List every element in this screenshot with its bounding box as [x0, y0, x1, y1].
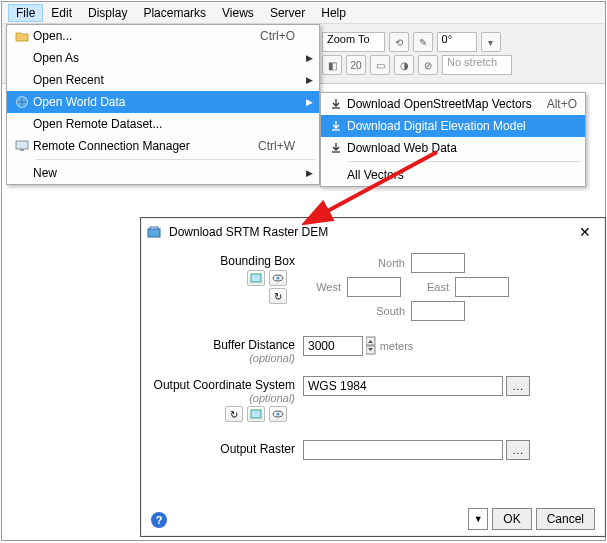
toolbar-button[interactable]: ⟲ — [389, 32, 409, 52]
svg-rect-2 — [20, 149, 24, 151]
svg-point-12 — [277, 413, 280, 416]
open-world-data-submenu: Download OpenStreetMap Vectors Alt+O Dow… — [320, 92, 586, 187]
browse-crs-button[interactable]: ... — [506, 376, 530, 396]
svg-rect-5 — [251, 274, 261, 282]
download-icon — [325, 98, 347, 110]
dialog-title: Download SRTM Raster DEM — [169, 225, 569, 239]
menu-placemarks[interactable]: Placemarks — [135, 4, 214, 22]
download-icon — [325, 142, 347, 154]
toolbar-button[interactable]: ◑ — [394, 55, 414, 75]
west-label: West — [303, 281, 343, 293]
output-crs-label: Output Coordinate System — [153, 378, 295, 392]
folder-open-icon — [11, 30, 33, 42]
submenu-item-osm[interactable]: Download OpenStreetMap Vectors Alt+O — [321, 93, 585, 115]
east-input[interactable] — [455, 277, 509, 297]
ok-button[interactable]: OK — [492, 508, 531, 530]
submenu-item-all-vectors[interactable]: All Vectors — [321, 164, 585, 186]
buffer-distance-input[interactable] — [303, 336, 363, 356]
menu-item-open[interactable]: Open... Ctrl+O — [7, 25, 319, 47]
svg-rect-1 — [16, 141, 28, 149]
menu-item-open-world-data[interactable]: Open World Data ▶ — [7, 91, 319, 113]
help-button[interactable]: ? — [151, 512, 167, 528]
view-extent-button[interactable] — [269, 270, 287, 286]
toolbar-button[interactable]: ✎ — [413, 32, 433, 52]
south-label: South — [347, 305, 407, 317]
output-raster-label: Output Raster — [153, 442, 295, 456]
chevron-right-icon: ▶ — [306, 168, 313, 178]
optional-label: (optional) — [153, 392, 295, 404]
optional-label: (optional) — [153, 352, 295, 364]
menu-edit[interactable]: Edit — [43, 4, 80, 22]
chevron-right-icon: ▶ — [306, 75, 313, 85]
toolbar-button[interactable]: 20 — [346, 55, 366, 75]
map-crs-button[interactable] — [247, 406, 265, 422]
menu-item-open-as[interactable]: Open As ▶ — [7, 47, 319, 69]
east-label: East — [411, 281, 451, 293]
menu-views[interactable]: Views — [214, 4, 262, 22]
options-dropdown[interactable]: ▼ — [468, 508, 488, 530]
map-extent-button[interactable] — [247, 270, 265, 286]
download-srtm-dialog: Download SRTM Raster DEM ✕ Bounding Box … — [140, 217, 606, 537]
toolbar-button[interactable]: ▭ — [370, 55, 390, 75]
meters-label: meters — [380, 340, 414, 352]
globe-icon — [11, 95, 33, 109]
chevron-right-icon: ▶ — [306, 53, 313, 63]
stretch-select[interactable]: No stretch — [442, 55, 512, 75]
toolbar-button[interactable]: ◧ — [322, 55, 342, 75]
menu-server[interactable]: Server — [262, 4, 313, 22]
svg-point-7 — [277, 277, 280, 280]
submenu-item-web[interactable]: Download Web Data — [321, 137, 585, 159]
svg-rect-4 — [148, 229, 160, 237]
zoom-to-select[interactable]: Zoom To — [322, 32, 385, 52]
menu-display[interactable]: Display — [80, 4, 135, 22]
refresh-button[interactable]: ↻ — [269, 288, 287, 304]
west-input[interactable] — [347, 277, 401, 297]
dialog-titlebar: Download SRTM Raster DEM ✕ — [141, 218, 605, 246]
menu-item-remote-conn-mgr[interactable]: Remote Connection Manager Ctrl+W — [7, 135, 319, 157]
close-button[interactable]: ✕ — [569, 220, 601, 244]
menu-item-new[interactable]: New ▶ — [7, 162, 319, 184]
south-input[interactable] — [411, 301, 465, 321]
monitor-icon — [11, 140, 33, 152]
menu-help[interactable]: Help — [313, 4, 354, 22]
north-input[interactable] — [411, 253, 465, 273]
output-raster-input[interactable] — [303, 440, 503, 460]
cancel-button[interactable]: Cancel — [536, 508, 595, 530]
menu-file[interactable]: File — [8, 4, 43, 22]
buffer-distance-label: Buffer Distance — [153, 338, 295, 352]
toolbar-button[interactable]: ⊘ — [418, 55, 438, 75]
angle-select[interactable]: 0° — [437, 32, 477, 52]
browse-output-button[interactable]: ... — [506, 440, 530, 460]
download-icon — [325, 120, 347, 132]
bounding-box-label: Bounding Box — [153, 254, 295, 268]
refresh-button[interactable]: ↻ — [225, 406, 243, 422]
output-crs-input[interactable] — [303, 376, 503, 396]
chevron-right-icon: ▶ — [306, 97, 313, 107]
menu-item-open-remote[interactable]: Open Remote Dataset... — [7, 113, 319, 135]
menubar: File Edit Display Placemarks Views Serve… — [2, 2, 605, 24]
svg-rect-10 — [251, 410, 261, 418]
north-label: North — [347, 257, 407, 269]
app-icon — [145, 223, 163, 241]
toolbar-button[interactable]: ▾ — [481, 32, 501, 52]
view-crs-button[interactable] — [269, 406, 287, 422]
submenu-item-dem[interactable]: Download Digital Elevation Model — [321, 115, 585, 137]
menu-item-open-recent[interactable]: Open Recent ▶ — [7, 69, 319, 91]
file-menu: Open... Ctrl+O Open As ▶ Open Recent ▶ O… — [6, 24, 320, 185]
